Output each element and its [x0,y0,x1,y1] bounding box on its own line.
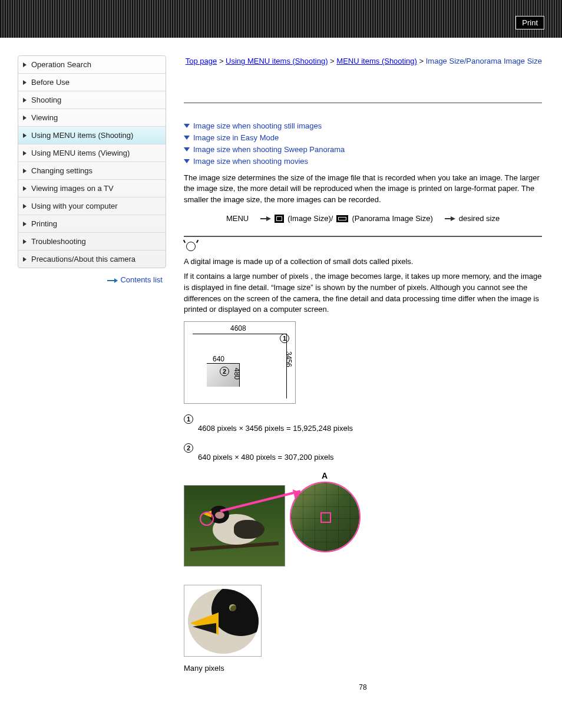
sidebar-item-label: Using with your computer [31,202,118,210]
breadcrumb-l1[interactable]: Using MENU items (Shooting) [226,57,328,65]
sidebar-item-label: Changing settings [31,166,92,175]
breadcrumb-current: Image Size/Panorama Image Size [426,57,542,65]
anchor-label: Image size when shooting still images [193,121,322,130]
anchor-link[interactable]: Image size when shooting Sweep Panorama [184,145,345,154]
triangle-right-icon [23,169,27,173]
anchor-label: Image size in Easy Mode [193,133,279,142]
triangle-right-icon [23,62,27,67]
triangle-down-icon [184,124,190,128]
triangle-down-icon [184,136,190,140]
sidebar-item[interactable]: Viewing images on a TV [18,180,166,197]
sidebar-item-label: Viewing images on a TV [31,184,114,193]
sidebar-nav: Operation SearchBefore UseShootingViewin… [18,55,166,268]
caption-many-pixels: Many pixels [184,664,542,673]
header-bar: Print [0,0,562,38]
size-diagram: 4608 3456 640 480 1 2 [184,321,296,404]
arrow-right-icon [451,216,455,221]
diagram-big-w: 4608 [230,324,246,332]
sidebar-item[interactable]: Operation Search [18,56,166,74]
triangle-down-icon [184,147,190,151]
sidebar-item[interactable]: Using MENU items (Viewing) [18,144,166,162]
panorama-text: (Panorama Image Size) [352,214,432,223]
triangle-right-icon [23,116,27,120]
sidebar-item-label: Troubleshooting [31,237,86,246]
circled-1-icon: 1 [280,334,289,343]
tip-section: A digital image is made up of a collecti… [184,236,542,315]
sidebar-item[interactable]: Changing settings [18,162,166,180]
bird-zoom-figure: A [184,473,361,571]
triangle-right-icon [23,186,27,191]
anchor-link[interactable]: Image size in Easy Mode [184,133,279,142]
sidebar-item[interactable]: Printing [18,215,166,233]
anchor-list: Image size when shooting still imagesIma… [184,121,542,168]
diagram-small-h: 480 [233,368,241,380]
breadcrumb-top[interactable]: Top page [186,57,217,65]
intro-paragraph: The image size determines the size of th… [184,173,542,206]
image-size-icon [275,215,284,223]
circled-2-icon: 2 [220,367,229,376]
sidebar-item-label: Using MENU items (Shooting) [31,131,133,140]
triangle-right-icon [23,222,27,226]
sidebar-item-label: Printing [31,219,57,228]
sidebar-item[interactable]: Using MENU items (Shooting) [18,127,166,144]
closeup-figure [184,585,262,657]
arrow-right-icon [107,279,118,282]
print-button[interactable]: Print [515,16,544,29]
circled-1-icon: 1 [184,414,193,424]
desired-size-text: desired size [459,214,500,223]
anchor-link[interactable]: Image size when shooting still images [184,121,322,130]
contents-list-link[interactable]: Contents list [18,268,166,286]
pixel-count-2: 2 640 pixels × 480 pixels = 307,200 pixe… [184,443,542,462]
circled-2-icon: 2 [184,443,193,453]
sidebar-item-label: Precautions/About this camera [31,255,135,263]
anchor-label: Image size when shooting movies [193,157,308,166]
menu-path: MENU (Image Size)/ (Panorama Image Size)… [184,206,542,231]
triangle-right-icon [23,98,27,103]
sidebar-item-label: Operation Search [31,60,91,69]
pixel-zoom-circle [290,482,361,552]
triangle-down-icon [184,159,190,163]
diagram-small-w: 640 [213,355,224,363]
sidebar-item[interactable]: Viewing [18,109,166,127]
divider [184,103,542,103]
sidebar-item-label: Viewing [31,113,58,122]
tip-p1: A digital image is made up of a collecti… [184,256,542,268]
anchor-link[interactable]: Image size when shooting movies [184,157,308,166]
triangle-right-icon [23,239,27,244]
bulb-icon [186,242,196,251]
panorama-size-icon [336,215,348,222]
menu-label: MENU [226,214,249,223]
triangle-right-icon [23,204,27,209]
image-size-text: (Image Size)/ [287,214,333,223]
triangle-right-icon [23,257,27,262]
sidebar-item[interactable]: Using with your computer [18,197,166,215]
sidebar-item-label: Using MENU items (Viewing) [31,149,130,157]
anchor-label: Image size when shooting Sweep Panorama [193,145,345,154]
triangle-right-icon [23,133,27,138]
breadcrumb-l2[interactable]: MENU items (Shooting) [336,57,417,65]
tip-p2: If it contains a large number of pixels … [184,271,542,315]
sidebar-item[interactable]: Before Use [18,74,166,91]
arrow-right-icon [266,216,271,221]
sidebar-item[interactable]: Precautions/About this camera [18,251,166,268]
sidebar-item-label: Before Use [31,78,70,87]
triangle-right-icon [23,80,27,85]
breadcrumb: Top page > Using MENU items (Shooting) >… [184,55,542,67]
zoom-label-a: A [322,471,328,480]
sidebar-item[interactable]: Troubleshooting [18,233,166,251]
sidebar-item[interactable]: Shooting [18,91,166,109]
page-number: 78 [184,683,542,703]
diagram-big-h: 3456 [285,351,293,367]
triangle-right-icon [23,151,27,156]
sidebar-item-label: Shooting [31,95,61,104]
pixel-count-1: 1 4608 pixels × 3456 pixels = 15,925,248… [184,414,542,433]
